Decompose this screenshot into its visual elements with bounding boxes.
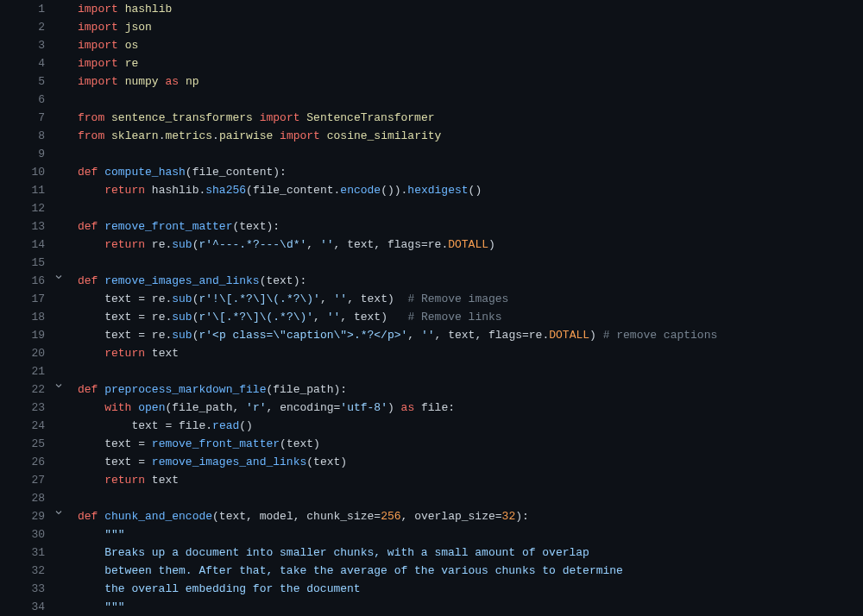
code-line[interactable]: 16def remove_images_and_links(text):	[0, 272, 863, 290]
code-content[interactable]: def remove_front_matter(text):	[67, 217, 863, 236]
token-id: text	[152, 474, 179, 487]
token-op: ,	[340, 311, 354, 324]
code-content[interactable]: import os	[67, 36, 863, 54]
code-line[interactable]: 7from sentence_transformers import Sente…	[0, 109, 863, 127]
code-content[interactable]: """	[67, 525, 863, 544]
token-op	[118, 21, 125, 34]
code-content[interactable]: import hashlib	[67, 0, 863, 18]
token-op	[78, 292, 104, 305]
line-number: 14	[0, 236, 50, 254]
code-line[interactable]: 5import numpy as np	[0, 72, 863, 91]
token-op: :	[448, 401, 455, 414]
token-op	[78, 419, 131, 432]
fold-chevron-down-icon[interactable]	[50, 380, 67, 391]
code-line[interactable]: 21	[0, 362, 863, 380]
code-line[interactable]: 2import json	[0, 18, 863, 36]
code-content[interactable]: import json	[67, 18, 863, 36]
code-line[interactable]: 9	[0, 145, 863, 163]
code-content[interactable]: text = re.sub(r'!\[.*?\]\(.*?\)', '', te…	[67, 290, 863, 308]
token-fn: remove_images_and_links	[152, 456, 306, 468]
code-content[interactable]: text = remove_front_matter(text)	[67, 435, 863, 453]
code-line[interactable]: 13def remove_front_matter(text):	[0, 217, 863, 236]
code-content[interactable]: the overall embedding for the document	[67, 580, 863, 598]
token-op: ,	[407, 329, 421, 342]
token-op: ):	[333, 383, 347, 396]
code-content[interactable]: def remove_images_and_links(text):	[67, 272, 863, 290]
line-number: 1	[0, 0, 50, 18]
code-line[interactable]: 19 text = re.sub(r'<p class=\"caption\">…	[0, 326, 863, 344]
token-kw: def	[78, 383, 98, 396]
code-content[interactable]: between them. After that, take the avera…	[67, 562, 863, 580]
code-line[interactable]: 29def chunk_and_encode(text, model, chun…	[0, 507, 863, 525]
code-line[interactable]: 17 text = re.sub(r'!\[.*?\]\(.*?\)', '',…	[0, 290, 863, 308]
code-line[interactable]: 28	[0, 489, 863, 507]
fold-chevron-down-icon[interactable]	[50, 507, 67, 518]
line-number: 6	[0, 91, 50, 109]
line-number: 27	[0, 471, 50, 489]
token-id: text	[104, 437, 131, 450]
code-line[interactable]: 33 the overall embedding for the documen…	[0, 580, 863, 598]
code-content[interactable]: text = remove_images_and_links(text)	[67, 453, 863, 471]
token-str: """	[104, 528, 124, 541]
token-op	[78, 474, 104, 487]
code-line[interactable]: 14 return re.sub(r'^---.*?---\d*', '', t…	[0, 236, 863, 254]
code-content[interactable]: text = re.sub(r'<p class=\"caption\">.*?…	[67, 326, 863, 344]
token-str: ''	[334, 292, 348, 305]
token-param: flags	[488, 329, 522, 342]
code-line[interactable]: 1import hashlib	[0, 0, 863, 18]
code-content[interactable]: from sklearn.metrics.pairwise import cos…	[67, 127, 863, 145]
code-content[interactable]: import re	[67, 54, 863, 72]
code-content[interactable]: text = file.read()	[67, 417, 863, 435]
code-line[interactable]: 32 between them. After that, take the av…	[0, 562, 863, 580]
code-content[interactable]: import numpy as np	[67, 72, 863, 91]
code-line[interactable]: 11 return hashlib.sha256(file_content.en…	[0, 181, 863, 199]
code-line[interactable]: 18 text = re.sub(r'\[.*?\]\(.*?\)', '', …	[0, 308, 863, 326]
code-line[interactable]: 8from sklearn.metrics.pairwise import co…	[0, 127, 863, 145]
code-line[interactable]: 22def preprocess_markdown_file(file_path…	[0, 380, 863, 399]
code-content[interactable]: text = re.sub(r'\[.*?\]\(.*?\)', '', tex…	[67, 308, 863, 326]
code-content[interactable]: """	[67, 598, 863, 616]
token-fn: sub	[172, 292, 192, 305]
code-line[interactable]: 20 return text	[0, 344, 863, 362]
code-content[interactable]: Breaks up a document into smaller chunks…	[67, 544, 863, 562]
code-content[interactable]: return hashlib.sha256(file_content.encod…	[67, 181, 863, 199]
token-op: ,	[334, 238, 348, 251]
code-content[interactable]: return text	[67, 344, 863, 362]
code-content[interactable]: from sentence_transformers import Senten…	[67, 109, 863, 127]
token-id: text	[313, 456, 340, 468]
token-op: =	[131, 311, 151, 324]
line-number: 24	[0, 417, 50, 435]
token-str: """	[104, 600, 124, 613]
token-op: (	[246, 184, 253, 197]
code-line[interactable]: 6	[0, 91, 863, 109]
code-line[interactable]: 12	[0, 199, 863, 217]
code-line[interactable]: 26 text = remove_images_and_links(text)	[0, 453, 863, 471]
code-content[interactable]: def chunk_and_encode(text, model, chunk_…	[67, 507, 863, 525]
token-str: 'r'	[246, 401, 266, 414]
code-line[interactable]: 31 Breaks up a document into smaller chu…	[0, 544, 863, 562]
code-content[interactable]: return text	[67, 471, 863, 489]
code-line[interactable]: 34 """	[0, 598, 863, 616]
token-op: =	[159, 419, 179, 432]
fold-chevron-down-icon[interactable]	[50, 272, 67, 282]
line-number: 29	[0, 507, 50, 525]
line-number: 33	[0, 580, 50, 598]
code-editor[interactable]: 1import hashlib2import json3import os4im…	[0, 0, 863, 616]
token-id: text	[448, 329, 475, 342]
code-content[interactable]: return re.sub(r'^---.*?---\d*', '', text…	[67, 236, 863, 254]
token-fn: remove_front_matter	[152, 437, 280, 450]
code-line[interactable]: 27 return text	[0, 471, 863, 489]
code-line[interactable]: 23 with open(file_path, 'r', encoding='u…	[0, 399, 863, 417]
code-content[interactable]: def compute_hash(file_content):	[67, 163, 863, 181]
code-line[interactable]: 4import re	[0, 54, 863, 72]
code-line[interactable]: 15	[0, 254, 863, 272]
code-content[interactable]: def preprocess_markdown_file(file_path):	[67, 380, 863, 399]
code-line[interactable]: 10def compute_hash(file_content):	[0, 163, 863, 181]
token-op	[104, 129, 111, 142]
code-line[interactable]: 3import os	[0, 36, 863, 54]
code-content[interactable]: with open(file_path, 'r', encoding='utf-…	[67, 399, 863, 417]
code-line[interactable]: 30 """	[0, 525, 863, 544]
token-id: text	[287, 437, 313, 450]
code-line[interactable]: 25 text = remove_front_matter(text)	[0, 435, 863, 453]
code-line[interactable]: 24 text = file.read()	[0, 417, 863, 435]
